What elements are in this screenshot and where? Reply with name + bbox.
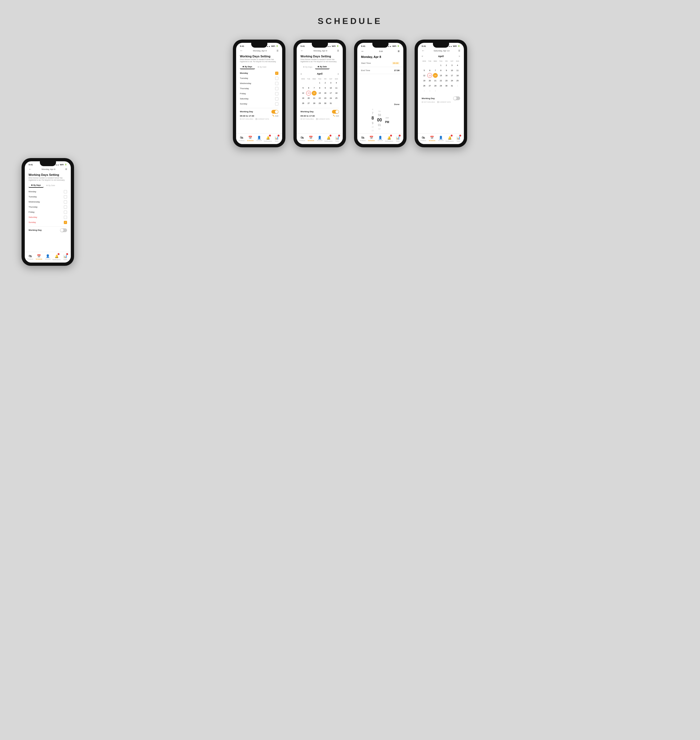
checkbox-saturday-1[interactable] [275,97,278,100]
start-time-field-3[interactable]: Start Time 09:00 [357,59,403,67]
cal-day-29-2[interactable]: 29 [317,101,322,106]
cal-day-4-4[interactable]: 4 [455,63,460,68]
nav-account-3[interactable]: 👤 Account [376,136,385,141]
cal-day-25-4[interactable]: 25 [455,78,460,83]
done-btn-3[interactable]: Done [390,102,403,107]
checkbox-friday-1[interactable] [275,92,278,95]
cal-day-19-2[interactable]: 19 [301,96,306,101]
cal-day-2-2[interactable]: 2 [323,81,328,85]
checkbox-sunday-5[interactable] [64,221,67,224]
nav-sales-3[interactable]: 📊 Sales [393,135,402,142]
cal-day-10-2[interactable]: 10 [328,85,333,90]
cal-day-28-2[interactable]: 28 [312,101,317,106]
checkbox-friday-5[interactable] [64,210,67,214]
cal-day-9-4[interactable]: 9 [444,68,449,73]
cal-day-1-4[interactable]: 1 [438,63,443,68]
back-icon-3[interactable]: ← [361,49,364,53]
cal-day-27-2[interactable]: 27 [306,101,311,106]
menu-icon-5[interactable]: ≡ [65,167,67,171]
cal-day-1n-4[interactable]: 1 [455,83,460,88]
cal-day-24-4[interactable]: 24 [450,78,454,83]
nav-notif-1[interactable]: 🔔 Notifications [263,135,272,142]
cal-day-13-4[interactable]: 13 [427,73,432,78]
cal-day-12-2[interactable]: 12 [301,91,306,96]
toggle-2[interactable] [332,110,339,114]
nav-schedule-3[interactable]: 📅 Schedule [367,136,376,141]
checkbox-sunday-1[interactable] [275,102,278,106]
back-icon-4[interactable]: ← [422,49,425,53]
cal-day-22-2[interactable]: 22 [317,96,322,101]
nav-sales-2[interactable]: 📊 Sales [333,135,342,142]
cal-day-28-4[interactable]: 28 [433,83,438,88]
cal-day-1-2[interactable]: 1 [317,81,322,85]
cal-day-5-4[interactable]: 5 [422,68,427,73]
cal-day-30-4[interactable]: 30 [444,83,449,88]
menu-icon-3[interactable]: ≡ [398,49,400,53]
cal-day-9-2[interactable]: 9 [323,85,328,90]
edit-label-top-3[interactable]: Edit [379,50,383,53]
cal-day-3-2[interactable]: 3 [328,81,333,85]
tab-by-days-5[interactable]: By Days [28,183,44,188]
nav-account-1[interactable]: 👤 Account [255,136,263,141]
cal-day-6-2[interactable]: 6 [306,85,311,90]
cal-day-13-2[interactable]: 13 [306,91,311,96]
cal-prev-2[interactable]: « [300,72,302,75]
cal-day-21-4[interactable]: 21 [433,78,438,83]
nav-products-1[interactable]: 🛍 Products [237,136,246,141]
cal-day-7-4[interactable]: 7 [433,68,438,73]
cal-day-7-2[interactable]: 7 [312,85,317,90]
back-icon-1[interactable]: ← [240,49,243,53]
cal-day-6-4[interactable]: 6 [427,68,432,73]
cal-day-11-4[interactable]: 11 [455,68,460,73]
cal-day-11-2[interactable]: 11 [334,85,339,90]
cal-day-17-2[interactable]: 17 [328,91,333,96]
cal-prev-4[interactable]: « [422,54,423,57]
nav-schedule-5[interactable]: 📅 Schedule [35,254,44,260]
checkbox-tuesday-5[interactable] [64,195,67,199]
cal-day-14-2[interactable]: 14 [312,91,317,96]
cal-day-21-2[interactable]: 21 [312,96,317,101]
cal-day-16-2[interactable]: 16 [323,91,328,96]
checkbox-monday-1[interactable] [275,72,278,75]
checkbox-wednesday-1[interactable] [275,82,278,85]
tab-by-date-1[interactable]: By Date [255,65,269,69]
cal-day-20-2[interactable]: 20 [306,96,311,101]
nav-schedule-4[interactable]: 📅 Schedule [428,136,437,141]
edit-link-2[interactable]: ✏️ Edit [333,115,339,117]
nav-products-2[interactable]: 🛍 Products [298,136,307,141]
nav-account-5[interactable]: 👤 Account [43,254,52,260]
cal-day-8-2[interactable]: 8 [317,85,322,90]
nav-notif-5[interactable]: 🔔 Notifications [52,254,61,260]
cal-next-4[interactable]: » [459,54,460,57]
cal-day-26-4[interactable]: 26 [422,83,427,88]
cal-day-24-2[interactable]: 24 [328,96,333,101]
checkbox-tuesday-1[interactable] [275,77,278,80]
cal-day-25-2[interactable]: 25 [334,96,339,101]
toggle-5[interactable] [60,228,67,232]
cal-day-18-4[interactable]: 18 [455,73,460,78]
cal-day-4n-4[interactable]: 4 [433,88,438,93]
back-icon-2[interactable]: ← [300,49,304,53]
checkbox-thursday-1[interactable] [275,87,278,90]
nav-notif-4[interactable]: 🔔 Notifications [445,135,454,142]
checkbox-monday-5[interactable] [64,190,67,193]
menu-icon-2[interactable]: ≡ [337,49,339,53]
toggle-1[interactable] [271,110,278,114]
cal-day-31-2[interactable]: 31 [328,101,333,106]
cal-day-3n-4[interactable]: 3 [427,88,432,93]
cal-day-8-4[interactable]: 8 [438,68,443,73]
edit-link-1[interactable]: ✏️ Edit [272,115,278,117]
back-icon-5[interactable]: ← [28,167,32,171]
tab-by-date-2[interactable]: By Date [315,65,329,69]
cal-day-2n-4[interactable]: 2 [422,88,427,93]
cal-day-23-4[interactable]: 23 [444,78,449,83]
tab-by-days-1[interactable]: By Days [240,65,255,69]
nav-notif-2[interactable]: 🔔 Notifications [324,135,333,142]
cal-day-26-2[interactable]: 26 [301,101,306,106]
cal-day-12-4[interactable]: 12 [422,73,427,78]
nav-sales-4[interactable]: 📊 Sales [454,135,463,142]
cal-day-17-4[interactable]: 17 [450,73,454,78]
cal-next-2[interactable]: » [337,72,339,75]
nav-notif-3[interactable]: 🔔 Notifications [385,135,394,142]
cal-day-18-2[interactable]: 18 [334,91,339,96]
